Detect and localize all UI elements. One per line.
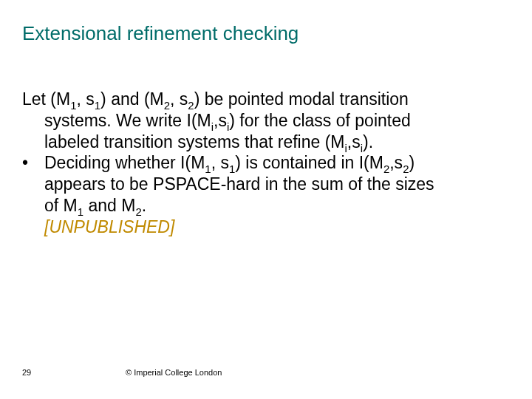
b-sub1: 1 — [205, 163, 211, 175]
b-sub1c: 1 — [78, 205, 83, 217]
b-sub2c: 2 — [135, 205, 141, 217]
unpublished-note: [UNPUBLISHED] — [44, 217, 174, 236]
p1-b: ) and (M — [100, 89, 164, 109]
bullet-text: Deciding whether I(M1, s1) is contained … — [44, 152, 436, 237]
sub-2b: 2 — [188, 99, 194, 112]
b-g: . — [142, 196, 146, 215]
b-f: and M — [83, 196, 135, 215]
sub-1b: 1 — [95, 99, 100, 112]
paragraph-1: Let (M1, s1) and (M2, s2) be pointed mod… — [22, 89, 436, 152]
slide-title: Extensional refinement checking — [22, 22, 299, 45]
slide-body: Let (M1, s1) and (M2, s2) be pointed mod… — [22, 89, 436, 237]
slide: Extensional refinement checking Let (M1,… — [0, 0, 532, 399]
page-number: 29 — [22, 368, 31, 377]
b-sub1b: 1 — [229, 163, 235, 175]
b-a: Deciding whether I(M — [44, 153, 205, 172]
sub-2: 2 — [164, 99, 170, 112]
p1-e: ,s — [214, 111, 227, 130]
b-c: ) is contained in I(M — [235, 153, 383, 172]
footer-copyright: © Imperial College London — [126, 368, 222, 377]
p1-g: ,s — [347, 132, 361, 151]
sub-1: 1 — [70, 99, 76, 112]
p1-a: , s — [77, 89, 95, 109]
bullet-item: • Deciding whether I(M1, s1) is containe… — [22, 152, 436, 237]
p1-lead: Let (M — [22, 89, 70, 109]
bullet-marker: • — [22, 152, 44, 237]
b-b: , s — [211, 153, 229, 172]
b-sub2: 2 — [383, 163, 389, 175]
b-d: ,s — [389, 153, 403, 172]
p1-h: ). — [363, 132, 373, 151]
p1-c: , s — [170, 89, 188, 109]
